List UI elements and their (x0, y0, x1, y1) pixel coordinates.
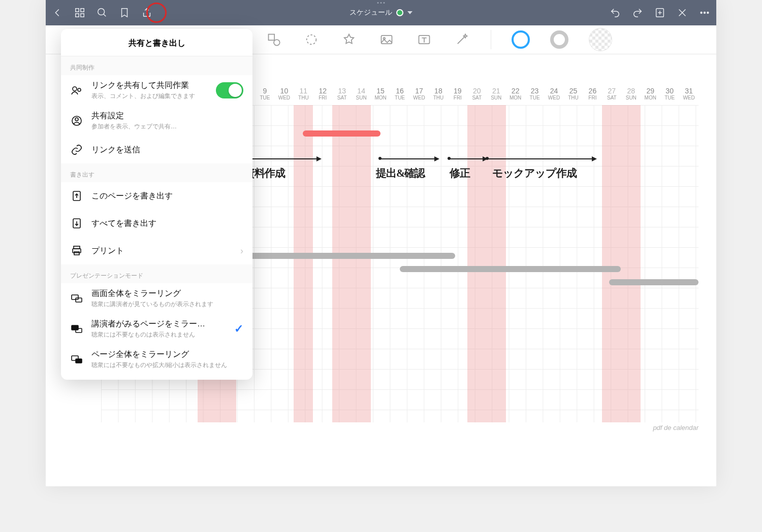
share-settings-row[interactable]: 共有設定参加者を表示、ウェブで共有… (61, 106, 252, 136)
printer-icon (70, 245, 83, 257)
export-all-icon (70, 217, 83, 229)
handwriting-note: 提出&確認 (376, 166, 425, 180)
calendar-footer: pdf de calendar (653, 424, 698, 431)
day-column-header: 20SAT (467, 87, 487, 105)
svg-point-16 (307, 35, 316, 45)
export-page-icon (70, 190, 83, 202)
svg-rect-29 (72, 295, 78, 300)
chevron-right-icon: › (240, 246, 243, 256)
weekend-stripe (487, 105, 506, 422)
svg-point-21 (78, 88, 81, 91)
text-tool-icon[interactable] (416, 31, 433, 48)
shapes-tool-icon[interactable] (265, 31, 282, 48)
color-blue-swatch[interactable] (512, 30, 530, 49)
day-column-header: 22MON (506, 87, 525, 105)
bookmark-icon[interactable] (119, 7, 130, 18)
svg-rect-3 (81, 14, 84, 17)
share-link-collaborate-row[interactable]: リンクを共有して共同作業表示、コメント、および編集できます (61, 75, 252, 106)
more-icon[interactable] (699, 7, 710, 18)
day-column-header: 14SUN (352, 87, 371, 105)
day-column-header: 15MON (371, 87, 390, 105)
share-export-popover: 共有と書き出し 共同制作 リンクを共有して共同作業表示、コメント、および編集でき… (61, 29, 252, 380)
svg-point-11 (701, 12, 702, 14)
lasso-tool-icon[interactable] (303, 31, 320, 48)
svg-rect-2 (76, 14, 79, 17)
day-column-header: 24WED (545, 87, 564, 105)
svg-rect-30 (76, 298, 82, 302)
color-grey-swatch[interactable] (550, 30, 568, 49)
day-column-header: 12FRI (313, 87, 332, 105)
back-icon[interactable] (52, 7, 63, 18)
displays-icon (70, 292, 83, 305)
task-bar (303, 130, 380, 137)
day-column-header: 9TUE (256, 87, 275, 105)
svg-rect-1 (81, 9, 84, 12)
section-label-export: 書き出す (61, 163, 252, 182)
day-column-header: 23TUE (525, 87, 545, 105)
svg-rect-28 (74, 252, 79, 255)
weekend-stripe (467, 105, 487, 422)
export-page-row[interactable]: このページを書き出す (61, 182, 252, 210)
day-column-header: 21SUN (487, 87, 506, 105)
svg-rect-31 (72, 325, 78, 330)
sync-status-icon (396, 9, 403, 16)
day-column-header: 11THU (294, 87, 313, 105)
day-column-header: 27SAT (602, 87, 621, 105)
day-column-header: 25THU (564, 87, 583, 105)
section-label-present: プレゼンテーションモード (61, 264, 252, 283)
arrow (449, 158, 485, 159)
day-column-header: 10WED (274, 87, 294, 105)
displays-icon (70, 353, 83, 365)
doc-title-text: スケジュール (350, 8, 392, 17)
search-icon[interactable] (97, 7, 108, 18)
day-column-header: 26FRI (583, 87, 602, 105)
svg-rect-0 (76, 9, 79, 12)
day-column-header: 13SAT (332, 87, 352, 105)
day-column-header: 30TUE (660, 87, 679, 105)
export-all-row[interactable]: すべてを書き出す (61, 210, 252, 237)
add-page-icon[interactable] (654, 7, 665, 18)
sticker-tool-icon[interactable] (340, 31, 358, 48)
people-icon (70, 84, 83, 96)
handwriting-note: モックアップ作成 (492, 166, 577, 180)
undo-icon[interactable] (610, 7, 621, 18)
grid-icon[interactable] (74, 7, 85, 18)
mirror-presenter-row[interactable]: 講演者がみるページをミラー…聴衆には不要なものは表示されません ✓ (61, 314, 252, 344)
svg-point-20 (73, 87, 77, 91)
day-column-header: 31WED (679, 87, 698, 105)
arrow (487, 158, 594, 159)
mirror-full-row[interactable]: 画面全体をミラーリング聴衆に講演者が見ているものが表示されます (61, 283, 252, 314)
day-column-header: 17WED (409, 87, 429, 105)
weekend-stripe (294, 105, 313, 422)
wand-tool-icon[interactable] (453, 31, 470, 48)
chevron-down-icon (407, 11, 412, 14)
svg-point-4 (98, 9, 105, 15)
weekend-stripe (352, 105, 371, 422)
handwriting-note: 修正 (450, 166, 470, 180)
day-column-header: 19FRI (448, 87, 467, 105)
day-column-header: 29MON (641, 87, 660, 105)
redo-icon[interactable] (632, 7, 643, 18)
print-row[interactable]: プリント › (61, 237, 252, 264)
displays-icon (70, 323, 83, 335)
image-tool-icon[interactable] (378, 31, 395, 48)
day-column-header: 16TUE (390, 87, 409, 105)
close-icon[interactable] (677, 7, 688, 18)
svg-point-23 (75, 118, 78, 121)
task-bar (400, 266, 621, 272)
color-transparent-swatch[interactable] (589, 28, 612, 51)
section-label-collab: 共同制作 (61, 56, 252, 75)
check-icon: ✓ (234, 322, 243, 336)
share-icon[interactable] (141, 7, 152, 18)
popover-title: 共有と書き出し (61, 29, 252, 56)
link-icon (70, 144, 83, 156)
day-column-header: 18THU (429, 87, 448, 105)
mirror-page-row[interactable]: ページ全体をミラーリング聴衆には不要なものや拡大/縮小は表示されません (61, 344, 252, 375)
doc-title[interactable]: スケジュール (350, 8, 412, 17)
svg-point-13 (707, 12, 709, 14)
person-icon (70, 115, 83, 127)
svg-point-12 (704, 12, 706, 14)
arrow (241, 158, 319, 159)
send-link-row[interactable]: リンクを送信 (61, 136, 252, 163)
share-link-toggle[interactable] (216, 82, 243, 98)
